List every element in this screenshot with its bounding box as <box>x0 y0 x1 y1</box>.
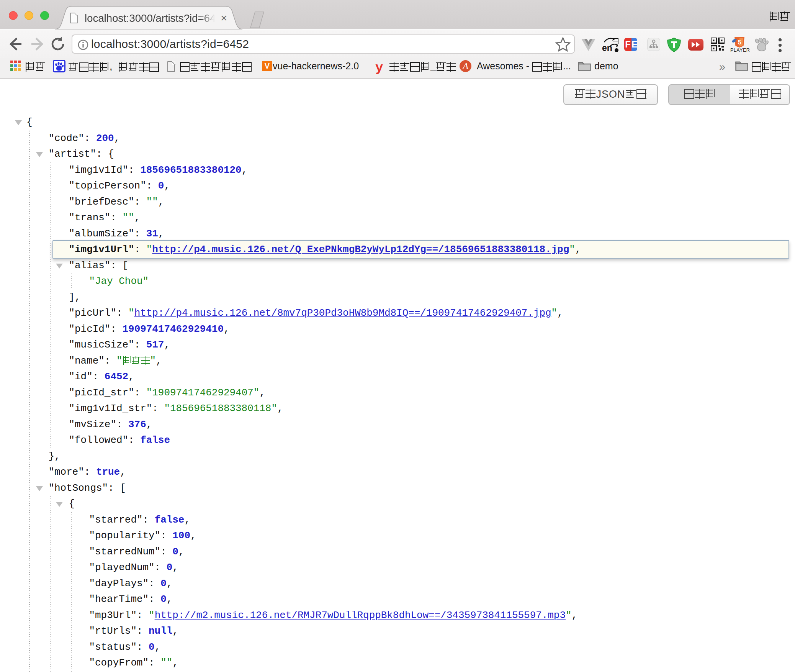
svg-text:5: 5 <box>738 39 741 46</box>
